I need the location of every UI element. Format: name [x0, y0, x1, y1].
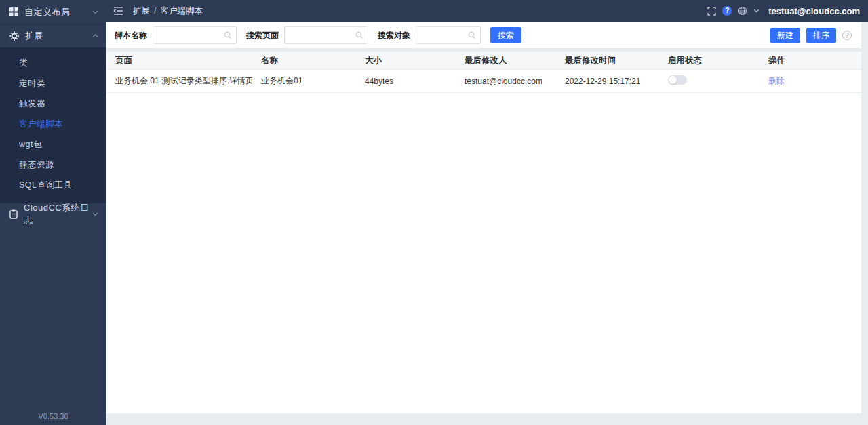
cell-enabled [659, 75, 760, 87]
sidebar-group-custom-layout[interactable]: 自定义布局 [0, 0, 106, 24]
table-row: 业务机会:01-测试记录类型排序:详情页:onLoad 业务机会01 44byt… [106, 70, 861, 93]
sidebar-group-label: CloudCC系统日志 [24, 202, 92, 226]
cell-name: 业务机会01 [252, 75, 356, 87]
script-name-label: 脚本名称 [115, 30, 147, 41]
gear-icon [9, 31, 19, 41]
clipboard-icon [9, 209, 18, 219]
sidebar-item-sql-tool[interactable]: SQL查询工具 [0, 175, 106, 195]
toolbar-actions: 新建 排序 ? [770, 28, 852, 43]
search-page-field [284, 26, 368, 44]
chevron-up-icon [92, 34, 98, 38]
sidebar-item-client-script[interactable]: 客户端脚本 [0, 114, 106, 134]
sidebar-spacer [0, 225, 106, 412]
panel-help-icon[interactable]: ? [842, 31, 852, 40]
topbar: 扩展 / 客户端脚本 ? testuat@cloudcc.com [106, 0, 868, 22]
grid-icon [9, 7, 18, 16]
column-header-size: 大小 [356, 55, 456, 66]
column-header-modified-by: 最后修改人 [456, 55, 556, 66]
delete-link[interactable]: 删除 [768, 76, 785, 85]
scripts-table: 页面 名称 大小 最后修改人 最后修改时间 启用状态 操作 业务机会:01-测试… [106, 52, 861, 413]
fullscreen-icon[interactable] [707, 7, 716, 16]
filter-bar: 脚本名称 搜索页面 搜索对象 [106, 22, 861, 48]
sort-button[interactable]: 排序 [806, 28, 836, 43]
app-window: 自定义布局 扩展 类 定时类 触发器 客户端脚本 wgt包 静态资源 SQL查询… [0, 0, 868, 425]
column-header-name: 名称 [252, 55, 356, 66]
search-icon [468, 31, 476, 39]
column-header-page: 页面 [106, 55, 252, 66]
column-header-modified-at: 最后修改时间 [556, 55, 659, 66]
sidebar-item-class[interactable]: 类 [0, 53, 106, 73]
search-page-label: 搜索页面 [246, 30, 279, 41]
sidebar-item-trigger[interactable]: 触发器 [0, 94, 106, 114]
cell-actions: 删除 [760, 75, 861, 87]
version-label: V0.53.30 [0, 412, 106, 425]
user-email[interactable]: testuat@cloudcc.com [768, 6, 860, 16]
content-area: 脚本名称 搜索页面 搜索对象 [106, 22, 868, 425]
sidebar-group-label: 扩展 [25, 30, 92, 42]
table-header-row: 页面 名称 大小 最后修改人 最后修改时间 启用状态 操作 [106, 52, 861, 70]
search-icon [224, 31, 232, 39]
chevron-down-icon[interactable] [753, 9, 760, 13]
column-header-actions: 操作 [760, 55, 861, 66]
script-name-field [153, 26, 237, 44]
enable-toggle[interactable] [668, 75, 687, 85]
sidebar-group-label: 自定义布局 [24, 6, 92, 18]
topbar-right: ? testuat@cloudcc.com [707, 6, 860, 16]
breadcrumb-page: 客户端脚本 [160, 5, 203, 17]
sidebar-group-system-log[interactable]: CloudCC系统日志 [0, 203, 106, 225]
cell-size: 44bytes [356, 77, 456, 86]
search-object-label: 搜索对象 [378, 30, 410, 41]
search-button[interactable]: 搜索 [490, 27, 521, 43]
help-icon[interactable]: ? [722, 6, 732, 16]
search-object-field [416, 26, 481, 44]
cell-modified-by: testuat@cloudcc.com [456, 77, 556, 86]
search-icon [355, 31, 363, 39]
breadcrumb-section[interactable]: 扩展 [133, 5, 150, 17]
sidebar-item-wgt-package[interactable]: wgt包 [0, 134, 106, 155]
sidebar-submenu: 类 定时类 触发器 客户端脚本 wgt包 静态资源 SQL查询工具 [0, 47, 106, 203]
menu-fold-icon[interactable] [113, 7, 123, 15]
create-button[interactable]: 新建 [770, 28, 800, 43]
chevron-down-icon [92, 10, 98, 14]
cell-modified-at: 2022-12-29 15:17:21 [556, 77, 659, 86]
globe-icon[interactable] [738, 6, 747, 16]
main-area: 扩展 / 客户端脚本 ? testuat@cloudcc.com [106, 0, 868, 425]
column-header-enabled: 启用状态 [659, 55, 760, 66]
breadcrumb: 扩展 / 客户端脚本 [133, 5, 203, 17]
chevron-down-icon [92, 212, 98, 216]
sidebar: 自定义布局 扩展 类 定时类 触发器 客户端脚本 wgt包 静态资源 SQL查询… [0, 0, 106, 425]
sidebar-item-static-resource[interactable]: 静态资源 [0, 155, 106, 175]
sidebar-item-scheduled-class[interactable]: 定时类 [0, 73, 106, 94]
sidebar-group-extension[interactable]: 扩展 [0, 24, 106, 47]
cell-page: 业务机会:01-测试记录类型排序:详情页:onLoad [106, 75, 252, 87]
breadcrumb-separator: / [154, 6, 156, 16]
